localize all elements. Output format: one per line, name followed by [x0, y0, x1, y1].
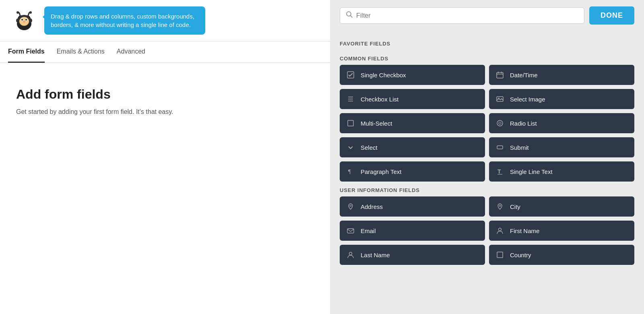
field-select[interactable]: Select	[340, 137, 485, 157]
field-city[interactable]: City	[489, 196, 634, 217]
svg-point-12	[17, 11, 19, 14]
image-icon	[495, 95, 504, 103]
field-email-label: Email	[361, 227, 376, 234]
multi-select-icon	[346, 119, 355, 128]
field-last-name-label: Last Name	[361, 252, 390, 258]
text-icon: T	[495, 167, 504, 176]
field-paragraph-text[interactable]: ¶ Paragraph Text	[340, 161, 485, 182]
svg-rect-29	[497, 146, 503, 149]
field-address-label: Address	[361, 203, 383, 210]
field-select-label: Select	[361, 144, 378, 151]
field-date-time[interactable]: Date/Time	[489, 65, 634, 85]
svg-point-37	[349, 252, 352, 255]
right-content: FAVORITE FIELDS COMMON FIELDS Single Che…	[330, 31, 644, 275]
section-label-favorite: FAVORITE FIELDS	[340, 35, 634, 50]
svg-point-8	[25, 19, 27, 21]
calendar-icon	[495, 70, 504, 79]
tab-emails-actions[interactable]: Emails & Actions	[57, 41, 105, 63]
svg-line-15	[351, 16, 353, 18]
svg-point-28	[499, 122, 501, 124]
dropdown-icon	[346, 143, 355, 152]
person-icon	[495, 226, 504, 235]
svg-point-9	[23, 21, 25, 23]
svg-point-7	[21, 19, 23, 21]
svg-point-27	[497, 120, 503, 126]
radio-icon	[495, 119, 504, 128]
tooltip-bubble: Drag & drop rows and columns, custom bac…	[44, 6, 205, 35]
field-multi-select-label: Multi-Select	[361, 120, 392, 127]
field-country[interactable]: Country	[489, 245, 634, 265]
field-first-name[interactable]: First Name	[489, 221, 634, 241]
field-single-line-text-label: Single Line Text	[510, 168, 553, 175]
tabs: Form Fields Emails & Actions Advanced	[0, 41, 330, 63]
field-select-image[interactable]: Select Image	[489, 89, 634, 109]
svg-rect-35	[347, 229, 354, 233]
done-button[interactable]: DONE	[589, 6, 634, 25]
location-icon	[346, 202, 355, 211]
svg-rect-17	[497, 72, 503, 78]
field-multi-select[interactable]: Multi-Select	[340, 113, 485, 133]
field-single-line-text[interactable]: T Single Line Text	[489, 161, 634, 182]
right-header: DONE	[330, 0, 644, 31]
svg-text:T: T	[497, 168, 501, 175]
common-fields-grid: Single Checkbox Date/Time Checkbox List	[340, 65, 634, 182]
page-title: Add form fields	[16, 87, 314, 102]
submit-icon	[495, 143, 504, 152]
field-radio-list-label: Radio List	[510, 120, 537, 127]
svg-text:¶: ¶	[348, 168, 351, 175]
country-icon	[495, 250, 504, 259]
field-single-checkbox-label: Single Checkbox	[361, 72, 406, 78]
right-panel: DONE FAVORITE FIELDS COMMON FIELDS Singl…	[330, 0, 644, 314]
field-checkbox-list[interactable]: Checkbox List	[340, 89, 485, 109]
checkbox-icon	[346, 70, 355, 79]
section-label-user-info: USER INFORMATION FIELDS	[340, 182, 634, 196]
svg-point-10	[16, 19, 19, 23]
tab-form-fields[interactable]: Form Fields	[8, 41, 45, 63]
left-panel: Drag & drop rows and columns, custom bac…	[0, 0, 330, 314]
svg-point-36	[499, 228, 502, 231]
field-submit[interactable]: Submit	[489, 137, 634, 157]
svg-point-34	[499, 205, 501, 207]
logo-area	[8, 6, 40, 35]
svg-point-33	[350, 205, 351, 207]
field-last-name[interactable]: Last Name	[340, 245, 485, 265]
field-select-image-label: Select Image	[510, 96, 545, 103]
field-checkbox-list-label: Checkbox List	[361, 96, 398, 103]
svg-point-11	[29, 19, 32, 23]
email-icon	[346, 226, 355, 235]
field-first-name-label: First Name	[510, 227, 539, 234]
section-label-common: COMMON FIELDS	[340, 50, 634, 65]
list-icon	[346, 95, 355, 103]
svg-rect-26	[348, 120, 353, 126]
filter-input[interactable]	[356, 12, 578, 19]
field-single-checkbox[interactable]: Single Checkbox	[340, 65, 485, 85]
city-location-icon	[495, 202, 504, 211]
svg-rect-38	[497, 252, 503, 258]
field-city-label: City	[510, 203, 520, 210]
header-area: Drag & drop rows and columns, custom bac…	[0, 0, 330, 41]
field-country-label: Country	[510, 252, 531, 258]
field-date-time-label: Date/Time	[510, 72, 538, 78]
field-submit-label: Submit	[510, 144, 529, 151]
tab-advanced[interactable]: Advanced	[117, 41, 145, 63]
logo-icon	[12, 8, 36, 33]
paragraph-icon: ¶	[346, 167, 355, 176]
page-subtitle: Get started by adding your first form fi…	[16, 108, 314, 116]
field-paragraph-text-label: Paragraph Text	[361, 168, 401, 175]
field-radio-list[interactable]: Radio List	[489, 113, 634, 133]
main-content: Add form fields Get started by adding yo…	[0, 63, 330, 314]
field-email[interactable]: Email	[340, 221, 485, 241]
search-icon	[346, 11, 353, 20]
user-info-fields-grid: Address City Email First Name	[340, 196, 634, 265]
filter-wrap[interactable]	[340, 7, 584, 24]
person2-icon	[346, 250, 355, 259]
field-address[interactable]: Address	[340, 196, 485, 217]
svg-point-13	[29, 11, 32, 14]
